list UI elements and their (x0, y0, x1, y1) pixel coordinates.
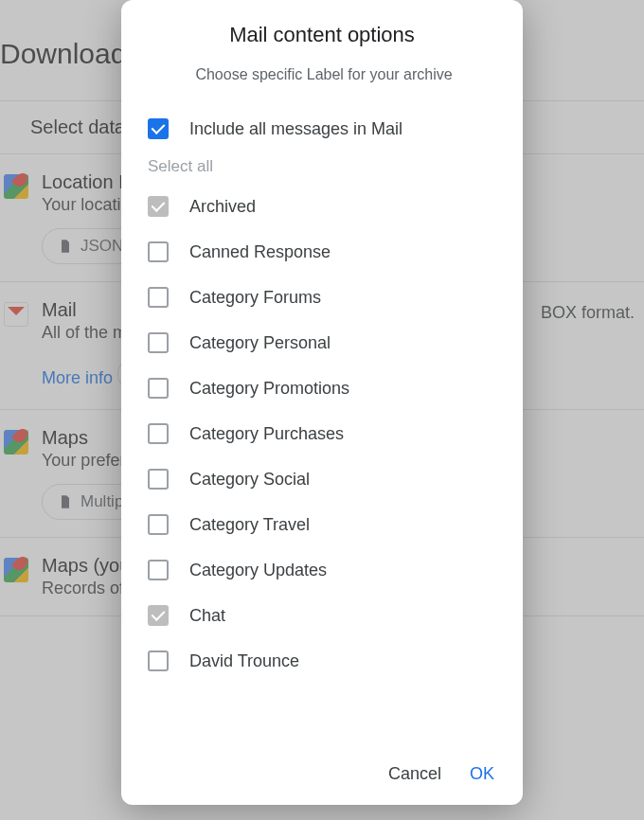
include-all-checkbox[interactable] (148, 118, 169, 139)
mail-content-options-dialog: Mail content options Choose specific Lab… (121, 0, 523, 805)
label-row[interactable]: David Trounce (148, 638, 500, 684)
ok-button[interactable]: OK (470, 764, 494, 784)
label-name: David Trounce (189, 651, 299, 671)
include-all-row[interactable]: Include all messages in Mail (148, 106, 500, 152)
label-row[interactable]: Category Personal (148, 320, 500, 365)
label-name: Canned Response (189, 242, 331, 262)
label-row[interactable]: Category Forums (148, 275, 500, 320)
label-row[interactable]: Archived (148, 184, 500, 229)
label-checkbox[interactable] (148, 560, 169, 580)
label-name: Category Travel (189, 515, 310, 535)
label-row[interactable]: Category Updates (148, 547, 500, 593)
dialog-actions: Cancel OK (121, 745, 523, 805)
label-row[interactable]: Category Purchases (148, 411, 500, 456)
label-checkbox[interactable] (148, 196, 169, 217)
select-all-link[interactable]: Select all (148, 152, 500, 184)
label-checkbox[interactable] (148, 241, 169, 262)
label-row[interactable]: Chat (148, 593, 500, 638)
include-all-label: Include all messages in Mail (189, 119, 402, 139)
dialog-title: Mail content options (121, 0, 523, 66)
label-row[interactable]: Canned Response (148, 229, 500, 275)
label-name: Category Promotions (189, 379, 349, 399)
label-name: Category Social (189, 470, 310, 490)
label-row[interactable]: Category Social (148, 456, 500, 502)
label-checkbox[interactable] (148, 332, 169, 353)
label-row[interactable]: Category Travel (148, 502, 500, 547)
label-name: Category Purchases (189, 424, 344, 444)
label-checkbox[interactable] (148, 514, 169, 535)
cancel-button[interactable]: Cancel (388, 764, 441, 784)
label-checkbox[interactable] (148, 287, 169, 308)
label-checkbox[interactable] (148, 469, 169, 490)
label-name: Category Forums (189, 288, 321, 308)
label-checkbox[interactable] (148, 651, 169, 671)
label-name: Chat (189, 606, 225, 626)
label-name: Category Personal (189, 333, 331, 353)
label-row[interactable]: Category Promotions (148, 365, 500, 411)
label-name: Category Updates (189, 561, 327, 580)
label-checkbox[interactable] (148, 423, 169, 444)
label-checkbox[interactable] (148, 605, 169, 626)
label-name: Archived (189, 197, 256, 217)
label-checkbox[interactable] (148, 378, 169, 399)
dialog-subtitle: Choose specific Label for your archive (148, 66, 500, 83)
dialog-body[interactable]: Choose specific Label for your archive I… (121, 66, 523, 745)
